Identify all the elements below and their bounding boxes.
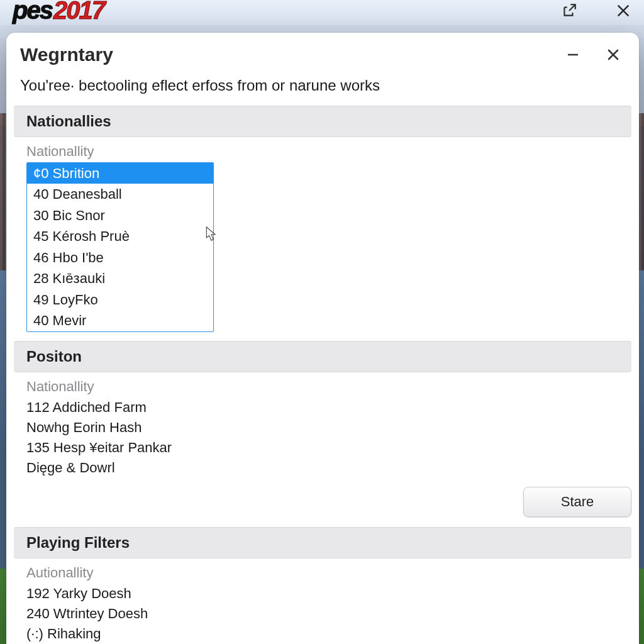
section-body-nationalities: Nationallity ¢0 Sbrition40 Deanesball30 … xyxy=(14,137,631,341)
nationality-option[interactable]: 30 Bic Snor xyxy=(27,205,213,226)
dialog-titlebar: Wegrntary xyxy=(6,33,639,77)
minimize-button[interactable] xyxy=(562,44,584,65)
section-header-position: Positon xyxy=(14,341,631,372)
logo-year: 2017 xyxy=(53,0,104,25)
nationality-option[interactable]: 40 Deanesball xyxy=(27,184,213,204)
nationality-option[interactable]: 45 Kérosh Pruè xyxy=(27,226,213,247)
nationality-dropdown[interactable]: ¢0 Sbrition40 Deanesball30 Bic Snor45 Ké… xyxy=(26,162,214,332)
nationality-option[interactable]: ¢0 Sbrition xyxy=(27,163,213,184)
nationality-option[interactable]: 28 Kıēзauki xyxy=(27,268,213,289)
nationality-option[interactable]: 40 Mevir xyxy=(27,310,213,331)
nationality-option[interactable]: 46 Hbo I'be xyxy=(27,247,213,268)
logo-pes: pes xyxy=(13,0,52,25)
dialog-description: You'ree· bectooling eflect erfoss from o… xyxy=(6,77,639,106)
section-body-playing-filters: Autionallity 192 Yarky Doesh240 Wtrintey… xyxy=(14,558,631,644)
top-right-controls xyxy=(561,3,631,19)
list-item[interactable]: Nowhg Eorin Hash xyxy=(26,418,619,438)
list-item[interactable]: Dięge & Dowrl xyxy=(26,458,619,478)
position-list: 112 Addiched FarmNowhg Eorin Hash135 Hes… xyxy=(26,397,619,478)
list-item[interactable]: (·:) Rihaking xyxy=(26,624,619,644)
section-header-nationalities: Nationallies xyxy=(14,106,631,137)
export-icon[interactable] xyxy=(561,3,577,19)
game-logo: pes 2017 xyxy=(13,0,104,24)
dialog-window: Wegrntary You'ree· bectooling eflect erf… xyxy=(6,33,639,644)
list-item[interactable]: 112 Addiched Farm xyxy=(26,397,619,418)
list-item[interactable]: 240 Wtrintey Doesh xyxy=(26,604,619,624)
dialog-title: Wegrntary xyxy=(20,44,113,65)
nationality-field-label: Nationallity xyxy=(26,143,619,160)
close-button[interactable] xyxy=(602,44,624,65)
position-action-row: Stare xyxy=(6,487,639,527)
section-body-position: Nationallity 112 Addiched FarmNowhg Eori… xyxy=(14,372,631,487)
nationality-option[interactable]: 49 LoyFko xyxy=(27,289,213,310)
list-item[interactable]: 192 Yarky Doesh xyxy=(26,584,619,604)
playing-field-label: Autionallity xyxy=(26,565,619,581)
playing-list: 192 Yarky Doesh240 Wtrintey Doesh(·:) Ri… xyxy=(26,584,619,644)
close-app-icon[interactable] xyxy=(615,3,631,19)
section-header-playing-filters: Playing Filters xyxy=(14,527,631,558)
list-item[interactable]: 135 Hesp ¥eitar Pankar xyxy=(26,438,619,458)
stare-button[interactable]: Stare xyxy=(523,487,631,517)
position-field-label: Nationallity xyxy=(26,379,619,395)
window-controls xyxy=(562,44,624,65)
